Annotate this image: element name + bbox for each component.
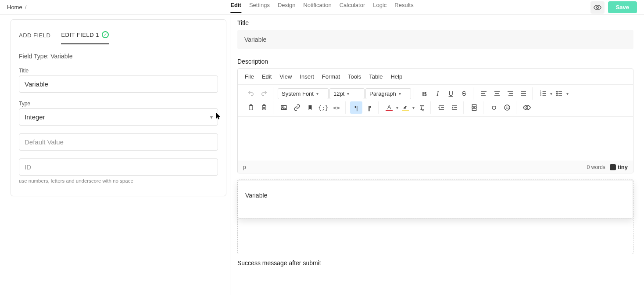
- rtl-button[interactable]: ¶: [363, 101, 376, 114]
- svg-point-46: [508, 107, 508, 107]
- menu-format[interactable]: Format: [322, 73, 340, 80]
- redo-icon: [261, 90, 268, 97]
- ltr-button[interactable]: ¶: [350, 101, 362, 114]
- type-label: Type: [19, 101, 218, 107]
- strikethrough-button[interactable]: S: [458, 87, 470, 100]
- nav-tab-design[interactable]: Design: [278, 2, 295, 13]
- right-panel: Title Variable Description File Edit Vie…: [230, 15, 644, 295]
- menu-help[interactable]: Help: [390, 73, 402, 80]
- numbered-list-button[interactable]: 123: [537, 87, 549, 100]
- chevron-down-icon: ▾: [347, 91, 349, 96]
- chevron-down-icon[interactable]: ▾: [550, 91, 552, 96]
- nav-tab-notification[interactable]: Notification: [303, 2, 331, 13]
- insert-link-button[interactable]: [291, 101, 303, 114]
- description-section-label: Description: [237, 58, 633, 65]
- id-group: use numbers, letters and underscore with…: [19, 158, 218, 183]
- menu-view[interactable]: View: [279, 73, 292, 80]
- editor-toolbar: System Font▾ 12pt▾ Paragraph▾ B I U S: [238, 85, 633, 117]
- outdent-icon: [438, 104, 445, 111]
- font-family-select[interactable]: System Font▾: [278, 88, 329, 99]
- highlight-color-button[interactable]: [399, 101, 411, 114]
- paste-text-icon: [261, 104, 268, 111]
- insert-image-button[interactable]: [278, 101, 290, 114]
- word-count: 0 words: [587, 164, 605, 170]
- outdent-button[interactable]: [435, 101, 447, 114]
- italic-button[interactable]: I: [432, 87, 444, 100]
- menu-insert[interactable]: Insert: [300, 73, 314, 80]
- editor-path[interactable]: p: [243, 164, 246, 170]
- default-value-input[interactable]: [19, 133, 218, 151]
- redo-button[interactable]: [258, 87, 270, 100]
- main-layout: ADD FIELD EDIT FIELD 1 ✓ Field Type: Var…: [0, 15, 644, 295]
- special-char-button[interactable]: Ω: [488, 101, 500, 114]
- field-type-value: Variable: [50, 53, 72, 60]
- nav-tab-calculator[interactable]: Calculator: [340, 2, 365, 13]
- success-message-label: Success message after submit: [237, 259, 633, 266]
- chevron-down-icon[interactable]: ▾: [412, 105, 415, 110]
- nav-tab-settings[interactable]: Settings: [249, 2, 270, 13]
- menu-edit[interactable]: Edit: [262, 73, 272, 80]
- indent-icon: [451, 104, 458, 111]
- tab-add-field[interactable]: ADD FIELD: [19, 28, 50, 44]
- nav-tab-results[interactable]: Results: [394, 2, 413, 13]
- tab-edit-field[interactable]: EDIT FIELD 1 ✓: [61, 28, 109, 44]
- preview-field-label: Variable: [245, 192, 267, 199]
- align-left-button[interactable]: [478, 87, 490, 100]
- page-break-button[interactable]: [468, 101, 480, 114]
- nav-tab-logic[interactable]: Logic: [373, 2, 386, 13]
- menu-file[interactable]: File: [245, 73, 254, 80]
- indent-button[interactable]: [448, 101, 461, 114]
- eye-icon: [594, 4, 601, 11]
- rich-text-editor: File Edit View Insert Format Tools Table…: [237, 68, 633, 173]
- preview-drop-zone[interactable]: [238, 219, 633, 254]
- type-select[interactable]: [19, 108, 218, 126]
- ltr-icon: ¶: [354, 104, 358, 112]
- chevron-down-icon[interactable]: ▾: [566, 91, 569, 96]
- align-center-button[interactable]: [491, 87, 503, 100]
- title-group: Title: [19, 68, 218, 93]
- italic-icon: I: [436, 90, 439, 97]
- highlight-icon: [402, 104, 409, 111]
- source-code-button[interactable]: <>: [330, 101, 343, 114]
- nav-tab-edit[interactable]: Edit: [230, 2, 241, 13]
- block-format-select[interactable]: Paragraph▾: [365, 88, 411, 99]
- block-format-value: Paragraph: [369, 90, 396, 97]
- paste-text-button[interactable]: [258, 101, 270, 114]
- top-actions: Save: [590, 1, 637, 14]
- numbered-list-icon: 123: [540, 90, 547, 97]
- svg-point-0: [596, 6, 598, 8]
- font-size-select[interactable]: 12pt▾: [329, 88, 365, 99]
- braces-icon: {;}: [318, 104, 328, 111]
- align-right-icon: [507, 90, 514, 97]
- save-button[interactable]: Save: [608, 1, 637, 13]
- tiny-logo[interactable]: tiny: [610, 164, 628, 170]
- bold-button[interactable]: B: [419, 87, 431, 100]
- underline-button[interactable]: U: [445, 87, 457, 100]
- align-center-icon: [494, 90, 501, 97]
- emoji-button[interactable]: [501, 101, 513, 114]
- svg-point-44: [504, 105, 510, 110]
- bullet-list-button[interactable]: [553, 87, 565, 100]
- clear-formatting-button[interactable]: T✕: [415, 101, 428, 114]
- bookmark-button[interactable]: [304, 101, 316, 114]
- breadcrumb-home[interactable]: Home: [7, 4, 22, 11]
- preview-toggle-button[interactable]: [521, 101, 533, 114]
- insert-template-button[interactable]: {;}: [317, 101, 329, 114]
- text-color-button[interactable]: A: [383, 101, 395, 114]
- align-left-icon: [480, 90, 487, 97]
- tab-edit-field-label: EDIT FIELD 1: [61, 32, 99, 38]
- menu-tools[interactable]: Tools: [348, 73, 361, 80]
- preview-field-card[interactable]: Variable: [238, 180, 633, 219]
- preview-button[interactable]: [590, 1, 605, 14]
- page-break-icon: [471, 104, 478, 111]
- paste-button[interactable]: [245, 101, 257, 114]
- editor-content-area[interactable]: [238, 117, 633, 161]
- breadcrumb-separator: /: [25, 4, 27, 11]
- chevron-down-icon[interactable]: ▾: [396, 105, 398, 110]
- align-right-button[interactable]: [504, 87, 516, 100]
- undo-button[interactable]: [245, 87, 257, 100]
- align-justify-button[interactable]: [517, 87, 530, 100]
- menu-table[interactable]: Table: [369, 73, 383, 80]
- title-input[interactable]: [19, 76, 218, 93]
- id-input[interactable]: [19, 158, 218, 176]
